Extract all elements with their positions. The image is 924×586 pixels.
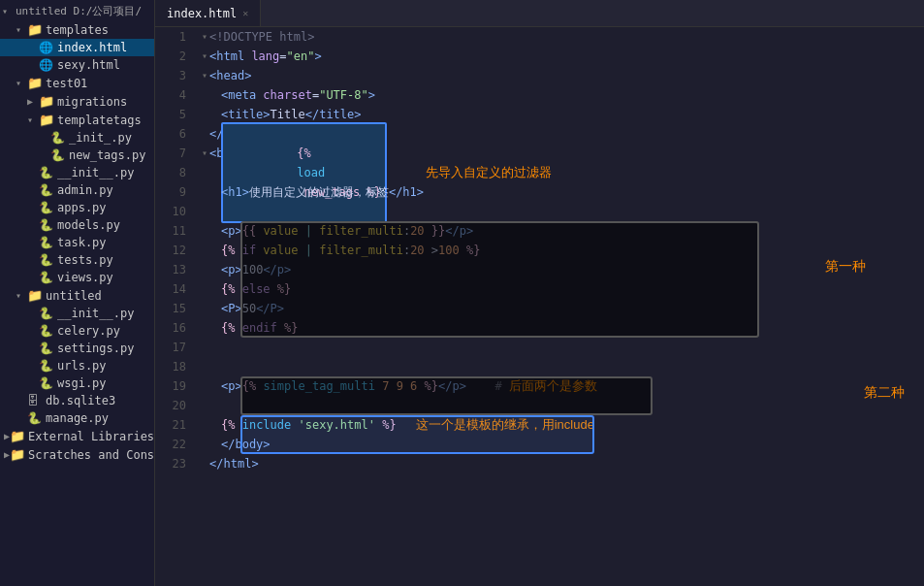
attr-text: lang (244, 47, 279, 66)
project-root[interactable]: ▾ untitled D:/公司项目/ (0, 2, 154, 20)
fold-icon[interactable]: ▾ (202, 27, 207, 47)
arrow-icon (27, 220, 39, 231)
simple-tag: simple_tag_multi (263, 376, 375, 396)
code-block-first-type: 第一种 <p> {{ value | filter_multi : 20 }} … (194, 221, 924, 338)
num7: 7 (375, 376, 389, 396)
tag-text: <head> (209, 66, 251, 85)
sidebar-item-settings[interactable]: 🐍 settings.py (0, 340, 154, 357)
tag-text: <p> (221, 376, 242, 396)
sidebar-item-sqlite[interactable]: 🗄 db.sqlite3 (0, 392, 154, 409)
sidebar-item-wsgi[interactable]: 🐍 wsgi.py (0, 374, 154, 392)
sidebar-item-test01[interactable]: ▾ 📁 test01 (0, 74, 154, 92)
sidebar-item-init2[interactable]: 🐍 __init__.py (0, 164, 154, 181)
string-val: 'sexy.html' (299, 415, 375, 435)
code-line-14: {% else %} (194, 279, 924, 299)
sidebar-item-manage[interactable]: 🐍 manage.py (0, 409, 154, 427)
line-num-9: 9 (155, 182, 186, 202)
sidebar-item-untitled2[interactable]: ▾ 📁 untitled (0, 286, 154, 305)
code-line-19: <p> {% simple_tag_multi 7 9 6 %} </p> # … (194, 376, 924, 396)
arrow-icon (39, 133, 50, 144)
arrow-icon (39, 150, 50, 161)
code-content[interactable]: ▾ <!DOCTYPE html> ▾ <html lang = "en" > … (194, 27, 924, 586)
tag-text: <p> (221, 221, 242, 241)
annotation-line8: 先导入自定义的过滤器 (426, 163, 552, 182)
kw-endif: endif (242, 318, 277, 338)
label: views.py (57, 271, 113, 284)
sidebar-item-migrations[interactable]: ▶ 📁 migrations (0, 92, 154, 111)
sidebar-item-apps[interactable]: 🐍 apps.py (0, 199, 154, 216)
code-line-23: ▾ </html> (194, 454, 924, 473)
include-kw: include (242, 415, 292, 435)
sidebar-item-views[interactable]: 🐍 views.py (0, 269, 154, 286)
sidebar-item-init-py[interactable]: 🐍 _init_.py (0, 129, 154, 146)
label: urls.py (57, 359, 107, 373)
sidebar-item-models[interactable]: 🐍 models.py (0, 216, 154, 234)
line-num-11: 11 (155, 221, 186, 241)
attr-val-text: "en" (287, 47, 315, 66)
close-icon[interactable]: ✕ (242, 8, 248, 18)
py-icon: 🐍 (39, 359, 54, 373)
sidebar-item-templatetags[interactable]: ▾ 📁 templatetags (0, 111, 154, 129)
py-icon: 🐍 (50, 148, 66, 162)
code-line-16: {% endif %} (194, 318, 924, 338)
folder-icon: 📁 (27, 76, 43, 90)
tag-text: <html (209, 47, 244, 66)
title-text: Title (271, 105, 305, 124)
load-keyword: load (297, 166, 325, 179)
pipe-text: | (299, 241, 320, 260)
space-text (291, 415, 298, 435)
fold-icon[interactable]: ▾ (202, 47, 207, 66)
line-num-6: 6 (155, 124, 186, 144)
sidebar-item-celery[interactable]: 🐍 celery.py (0, 322, 154, 340)
sidebar-item-sexy-html[interactable]: 🌐 sexy.html (0, 56, 154, 74)
line-num-14: 14 (155, 279, 186, 299)
sidebar-item-task[interactable]: 🐍 task.py (0, 234, 154, 251)
line-numbers: 1 2 3 4 5 6 7 8 9 10 11 12 13 14 15 16 1… (155, 27, 194, 586)
code-editor[interactable]: 1 2 3 4 5 6 7 8 9 10 11 12 13 14 15 16 1… (155, 27, 924, 586)
file-tree: ▾ untitled D:/公司项目/ ▾ 📁 templates 🌐 inde… (0, 0, 155, 586)
py-icon: 🐍 (39, 253, 54, 267)
line-num-23: 23 (155, 454, 186, 473)
label: task.py (57, 236, 107, 249)
tag-text: <p> (221, 260, 242, 279)
arrow-icon (27, 326, 39, 337)
label: __init__.py (57, 166, 134, 179)
annotation-params: 后面两个是参数 (509, 376, 597, 396)
comment-text: # (474, 376, 509, 396)
label: _init_.py (69, 131, 132, 145)
folder-icon: 📁 (27, 288, 43, 303)
sidebar-item-admin[interactable]: 🐍 admin.py (0, 181, 154, 199)
py-icon: 🐍 (39, 271, 54, 284)
fold-icon[interactable]: ▾ (202, 66, 207, 85)
sidebar-item-external-libs[interactable]: ▶ 📁 External Libraries (0, 427, 154, 445)
sidebar-item-tests[interactable]: 🐍 tests.py (0, 251, 154, 269)
label: __init__.py (57, 307, 134, 320)
code-line-18 (194, 357, 924, 376)
sidebar-item-init3[interactable]: 🐍 __init__.py (0, 305, 154, 322)
code-line-9: <h1> 使用自定义的过滤器，标签 </h1> (194, 182, 924, 202)
tag-close: > (314, 47, 321, 66)
editor-area: index.html ✕ 1 2 3 4 5 6 7 8 9 10 11 12 … (155, 0, 924, 586)
kw-if: if (242, 241, 256, 260)
sidebar-item-index-html[interactable]: 🌐 index.html (0, 39, 154, 56)
sidebar-item-new-tags[interactable]: 🐍 new_tags.py (0, 146, 154, 164)
line-num-12: 12 (155, 241, 186, 260)
tab-index-html[interactable]: index.html ✕ (155, 0, 261, 26)
tag-text: <h1> (221, 182, 249, 202)
py-icon: 🐍 (39, 183, 54, 197)
sidebar-item-templates[interactable]: ▾ 📁 templates (0, 20, 154, 39)
code-line-20 (194, 396, 924, 415)
attr-val-text: "UTF-8" (319, 85, 368, 105)
line-num-1: 1 (155, 27, 186, 47)
sidebar-item-scratches[interactable]: ▶ 📁 Scratches and Consol (0, 445, 154, 464)
sidebar-item-urls[interactable]: 🐍 urls.py (0, 357, 154, 374)
line-num-21: 21 (155, 415, 186, 435)
label: admin.py (57, 183, 113, 197)
template-tag: {% (221, 415, 242, 435)
line-num-5: 5 (155, 105, 186, 124)
tag-text: <meta (221, 85, 256, 105)
fold-icon[interactable]: ▾ (202, 144, 207, 163)
tag-close: </p> (263, 260, 291, 279)
line-num-16: 16 (155, 318, 186, 338)
py-icon: 🐍 (39, 324, 54, 338)
